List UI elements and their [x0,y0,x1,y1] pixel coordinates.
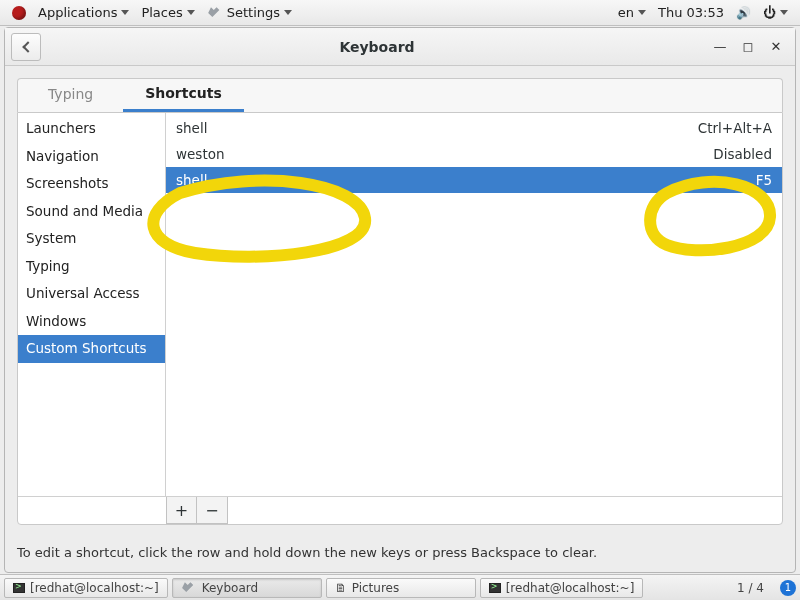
taskbar-item-pictures[interactable]: Pictures [326,578,476,598]
keyboard-layout-label: en [618,5,634,20]
titlebar: Keyboard — ◻ ✕ [5,28,795,66]
tab-shortcuts-label: Shortcuts [145,85,222,101]
distro-logo[interactable] [6,0,32,25]
taskbar-item-terminal-1[interactable]: [redhat@localhost:~] [4,578,168,598]
menu-applications-label: Applications [38,5,117,20]
settings-icon [207,5,223,21]
category-item[interactable]: Screenshots [18,170,165,198]
notification-badge[interactable]: 1 [780,580,796,596]
taskbar-item-terminal-2[interactable]: [redhat@localhost:~] [480,578,644,598]
shortcut-list[interactable]: shellCtrl+Alt+AwestonDisabledshellF5 [166,113,782,496]
window-controls: — ◻ ✕ [713,40,789,54]
chevron-down-icon [780,10,788,15]
menu-applications[interactable]: Applications [32,0,135,25]
chevron-down-icon [638,10,646,15]
shortcut-accelerator: F5 [756,172,772,188]
category-item[interactable]: Typing [18,253,165,281]
category-item[interactable]: Windows [18,308,165,336]
tab-bar: Typing Shortcuts [17,78,783,112]
minus-icon: − [205,501,218,520]
workspace-indicator[interactable]: 1 / 4 [729,581,772,595]
minimize-button[interactable]: — [713,40,727,54]
top-panel: Applications Places Settings en Thu 03:5… [0,0,800,26]
taskbar: [redhat@localhost:~] Keyboard Pictures [… [0,574,800,600]
shortcut-name: shell [176,120,207,136]
category-item[interactable]: Navigation [18,143,165,171]
power-icon [763,5,776,20]
taskbar-item-label: Pictures [352,581,400,595]
shortcut-accelerator: Disabled [713,146,772,162]
maximize-button[interactable]: ◻ [741,40,755,54]
chevron-down-icon [121,10,129,15]
keyboard-settings-window: Keyboard — ◻ ✕ Typing Shortcuts Launcher… [4,27,796,573]
shortcut-name: shell [176,172,207,188]
volume-indicator[interactable] [730,0,757,25]
back-button[interactable] [11,33,41,61]
taskbar-item-label: [redhat@localhost:~] [506,581,635,595]
tab-typing-label: Typing [48,86,93,102]
taskbar-item-keyboard[interactable]: Keyboard [172,578,322,598]
taskbar-item-label: Keyboard [202,581,258,595]
plus-icon: + [175,501,188,520]
clock-label: Thu 03:53 [658,5,724,20]
speaker-icon [736,5,751,20]
redhat-icon [12,6,26,20]
shortcut-name: weston [176,146,225,162]
taskbar-item-label: [redhat@localhost:~] [30,581,159,595]
shortcut-accelerator: Ctrl+Alt+A [698,120,772,136]
category-item[interactable]: System [18,225,165,253]
power-menu[interactable] [757,0,794,25]
terminal-icon [489,583,501,593]
clock[interactable]: Thu 03:53 [652,0,730,25]
shortcut-row[interactable]: shellF5 [166,167,782,193]
category-item[interactable]: Universal Access [18,280,165,308]
category-item[interactable]: Launchers [18,115,165,143]
shortcuts-panel: LaunchersNavigationScreenshotsSound and … [17,112,783,525]
document-icon [335,581,347,595]
tab-shortcuts[interactable]: Shortcuts [123,77,244,112]
chevron-down-icon [187,10,195,15]
list-toolbar: + − [18,496,782,524]
menu-places[interactable]: Places [135,0,200,25]
menu-places-label: Places [141,5,182,20]
window-title: Keyboard [41,39,713,55]
add-shortcut-button[interactable]: + [167,497,197,523]
menu-settings[interactable]: Settings [201,0,298,25]
terminal-icon [13,583,25,593]
hint-text: To edit a shortcut, click the row and ho… [5,535,795,572]
keyboard-layout-indicator[interactable]: en [612,0,652,25]
remove-shortcut-button[interactable]: − [197,497,227,523]
category-item[interactable]: Sound and Media [18,198,165,226]
shortcut-row[interactable]: shellCtrl+Alt+A [166,115,782,141]
close-button[interactable]: ✕ [769,40,783,54]
category-list[interactable]: LaunchersNavigationScreenshotsSound and … [18,113,166,496]
shortcut-row[interactable]: westonDisabled [166,141,782,167]
menu-settings-label: Settings [227,5,280,20]
settings-icon [181,580,197,596]
chevron-left-icon [22,41,33,52]
chevron-down-icon [284,10,292,15]
tab-typing[interactable]: Typing [26,78,115,112]
category-item[interactable]: Custom Shortcuts [18,335,165,363]
